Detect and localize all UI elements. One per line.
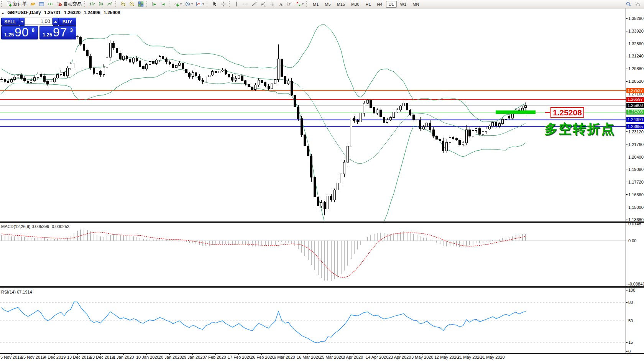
toolbar-grip[interactable]: [169, 1, 171, 7]
timeframe-m30-button[interactable]: M30: [348, 1, 362, 8]
timeframe-h4-button[interactable]: H4: [375, 1, 385, 8]
toolbar-trendline-button[interactable]: [250, 0, 258, 8]
toolbar-periods-button[interactable]: ▾: [184, 0, 194, 8]
sell-price-big: 90: [15, 26, 29, 39]
toolbar-equidistant-channel-button[interactable]: F: [268, 0, 276, 8]
toolbar-grip[interactable]: [84, 1, 86, 7]
toolbar-chart-bars-button[interactable]: [88, 0, 96, 8]
toolbar-crosshair-button[interactable]: [219, 0, 227, 8]
fibo-icon: E: [260, 1, 266, 7]
zoom-in-icon: [120, 1, 126, 7]
doc-plus-icon: [6, 1, 12, 7]
window-icon: [39, 1, 44, 7]
svg-text:F: F: [273, 5, 274, 7]
timeframe-m15-button[interactable]: M15: [334, 1, 348, 8]
collapse-triangle-icon[interactable]: ▲: [1, 11, 5, 15]
buy-price-big: 97: [53, 26, 67, 39]
price-callout-dash: [545, 112, 550, 113]
svg-text:E: E: [264, 5, 266, 7]
toolbar-text-button[interactable]: A: [277, 0, 285, 8]
templates-icon: [196, 1, 202, 7]
chart-plot[interactable]: [0, 0, 644, 361]
rsi-indicator-label: RSI(14) 67.1914: [1, 290, 32, 294]
chart-bars-icon: [89, 1, 95, 7]
timeframe-w1-button[interactable]: W1: [398, 1, 409, 8]
timeframe-d1-button[interactable]: D1: [386, 1, 397, 8]
label-t-icon: T: [287, 1, 292, 7]
toolbar-zoom-out-button[interactable]: [128, 0, 136, 8]
macd-histogram: [2, 230, 526, 281]
volume-input[interactable]: [25, 18, 53, 25]
toolbar-indicators-button[interactable]: ▾: [172, 0, 183, 8]
ohlc-close: 1.25908: [104, 10, 120, 15]
toolbar-auto-trading-button[interactable]: 自动交易: [55, 0, 83, 8]
one-click-trading-panel: SELL BUY 1.25 90 8 1.25 97 3: [1, 18, 76, 39]
trend-icon: [251, 1, 257, 7]
timeframe-h1-button[interactable]: H1: [363, 1, 373, 8]
toolbar-grip[interactable]: [115, 1, 117, 7]
toolbar-chart-shift-button[interactable]: [159, 0, 167, 8]
tiles-icon: [138, 1, 144, 7]
toolbar-search-button[interactable]: [624, 0, 632, 8]
buy-button[interactable]: BUY: [58, 18, 76, 26]
toolbar-chart-candles-button[interactable]: [97, 0, 105, 8]
hline-icon: [243, 1, 248, 7]
timeframe-m1-button[interactable]: M1: [310, 1, 321, 8]
toolbar-auto-scroll-button[interactable]: [150, 0, 158, 8]
grid-f-icon: F: [269, 1, 275, 7]
toolbar-grip[interactable]: [306, 1, 308, 7]
toolbar-horizontal-line-button[interactable]: [242, 0, 250, 8]
toolbar-templates-button[interactable]: ▾: [195, 0, 205, 8]
dropdown-arrow-icon[interactable]: ▾: [202, 2, 204, 6]
toolbar-market-gold-button[interactable]: [29, 0, 37, 8]
toolbar-fibonacci-button[interactable]: E: [259, 0, 267, 8]
autotrade-icon: [56, 1, 62, 7]
annotation-text-cn[interactable]: 多空转折点: [544, 120, 615, 138]
timeframe-m5-button[interactable]: M5: [322, 1, 333, 8]
buy-price-pip: 3: [70, 27, 73, 33]
autoscroll-icon: [151, 1, 157, 7]
toolbar-signals-button[interactable]: [46, 0, 54, 8]
gold-icon: [30, 1, 36, 7]
toolbar: 新订单自动交易▾▾▾EFAT▾M1M5M15M30H1H4D1W1MN: [0, 0, 644, 8]
shift-icon: [160, 1, 166, 7]
toolbar-text-label-button[interactable]: T: [286, 0, 294, 8]
ohlc-high: 1.26320: [64, 10, 80, 15]
chart-line-icon: [107, 1, 113, 7]
svg-text:T: T: [289, 2, 291, 6]
macd-indicator-label: MACD(12,26,9) 0.005399 -0.000252: [1, 224, 69, 229]
toolbar-cursor-button[interactable]: [210, 0, 219, 8]
chat-icon: [634, 1, 640, 7]
toolbar-chart-line-button[interactable]: [106, 0, 114, 8]
dropdown-arrow-icon[interactable]: ▾: [191, 2, 193, 6]
highlight-segment: [496, 110, 536, 114]
svg-text:A: A: [279, 2, 283, 7]
text-a-icon: A: [278, 1, 284, 7]
dropdown-arrow-icon[interactable]: ▾: [302, 2, 304, 6]
price-callout[interactable]: 1.25208: [550, 107, 584, 118]
timeframe-mn-button[interactable]: MN: [410, 1, 422, 8]
toolbar-chat-button[interactable]: [633, 0, 641, 8]
volume-up-button[interactable]: [53, 18, 58, 26]
dropdown-arrow-icon[interactable]: ▾: [180, 2, 182, 6]
sell-button[interactable]: SELL: [1, 18, 19, 26]
toolbar-tile-windows-button[interactable]: [137, 0, 145, 8]
chart-ohlc-header: ▲ GBPUSD-,Daily 1.25731 1.26320 1.24996 …: [1, 10, 122, 15]
toolbar-grip[interactable]: [229, 1, 231, 7]
panel-separators: [0, 8, 644, 355]
toolbar-grip[interactable]: [1, 1, 3, 7]
sell-price-box[interactable]: 1.25 90 8: [1, 26, 38, 39]
triangle-down-icon: [21, 21, 24, 23]
arrows-icon: [296, 1, 301, 7]
volume-down-button[interactable]: [19, 18, 25, 26]
toolbar-zoom-in-button[interactable]: [119, 0, 127, 8]
toolbar-new-order-button[interactable]: 新订单: [5, 0, 28, 8]
toolbar-grip[interactable]: [207, 1, 209, 7]
buy-price-box[interactable]: 1.25 97 3: [39, 26, 76, 39]
toolbar-grip[interactable]: [146, 1, 148, 7]
toolbar-arrows-button[interactable]: ▾: [294, 0, 305, 8]
toolbar-terminal-window-button[interactable]: [38, 0, 46, 8]
macd-signal-line: [2, 232, 526, 277]
toolbar-vertical-line-button[interactable]: [233, 0, 241, 8]
indicators-icon: [174, 1, 179, 7]
